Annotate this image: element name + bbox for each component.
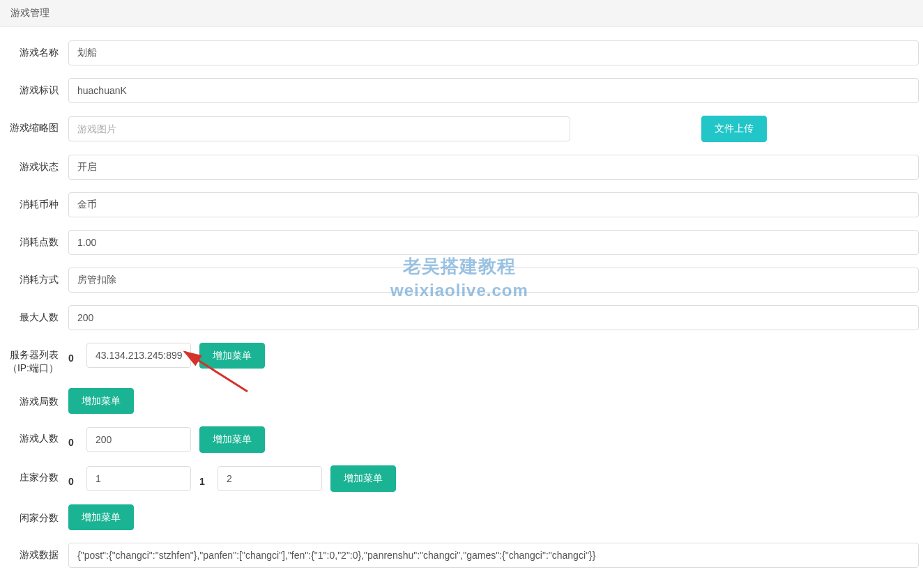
- select-status[interactable]: 开启: [68, 155, 919, 180]
- banker-index-1: 1: [199, 470, 209, 487]
- select-consume-mode[interactable]: 房管扣除: [68, 268, 919, 293]
- input-game-name[interactable]: [68, 40, 919, 65]
- label-currency: 消耗币种: [0, 192, 68, 212]
- add-menu-players-button[interactable]: 增加菜单: [199, 426, 265, 453]
- input-points[interactable]: [68, 230, 919, 255]
- input-banker-0[interactable]: [86, 466, 191, 491]
- label-game-data: 游戏数据: [0, 543, 68, 562]
- label-player-score: 闲家分数: [0, 504, 68, 525]
- label-points: 消耗点数: [0, 230, 68, 249]
- input-server-addr[interactable]: [86, 343, 191, 368]
- form-container: 游戏名称 游戏标识 游戏缩略图 文件上传 游戏状态 开启 消耗币种: [0, 27, 923, 588]
- input-game-data[interactable]: [68, 543, 919, 568]
- add-menu-playerscore-button[interactable]: 增加菜单: [68, 504, 134, 531]
- input-banker-1[interactable]: [218, 466, 322, 491]
- label-banker-score: 庄家分数: [0, 465, 68, 485]
- server-index-0: 0: [68, 347, 78, 364]
- input-game-id[interactable]: [68, 78, 919, 103]
- label-game-rounds: 游戏局数: [0, 388, 68, 409]
- add-menu-server-button[interactable]: 增加菜单: [199, 343, 265, 369]
- upload-button[interactable]: 文件上传: [701, 116, 767, 142]
- label-max-players: 最大人数: [0, 305, 68, 325]
- add-menu-rounds-button[interactable]: 增加菜单: [68, 388, 134, 415]
- input-max-players[interactable]: [68, 305, 919, 330]
- label-server-list: 服务器列表（IP:端口）: [0, 343, 68, 376]
- input-thumbnail[interactable]: [68, 116, 570, 141]
- label-game-players: 游戏人数: [0, 426, 68, 446]
- label-consume-mode: 消耗方式: [0, 268, 68, 287]
- page-header: 游戏管理: [0, 0, 923, 27]
- label-thumbnail: 游戏缩略图: [0, 116, 68, 135]
- players-index-0: 0: [68, 431, 78, 448]
- add-menu-banker-button[interactable]: 增加菜单: [330, 465, 396, 492]
- select-currency[interactable]: 金币: [68, 192, 919, 217]
- input-players-value[interactable]: [86, 427, 191, 452]
- label-status: 游戏状态: [0, 155, 68, 174]
- page-title: 游戏管理: [10, 7, 49, 18]
- label-game-id: 游戏标识: [0, 78, 68, 98]
- banker-index-0: 0: [68, 470, 78, 487]
- label-game-name: 游戏名称: [0, 40, 68, 60]
